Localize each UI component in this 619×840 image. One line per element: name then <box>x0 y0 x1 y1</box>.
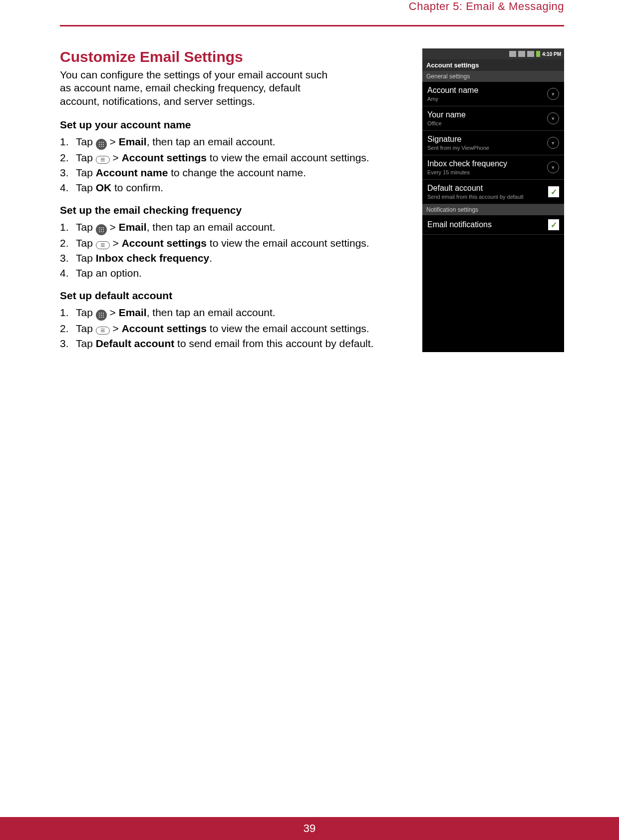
page-number: 39 <box>304 822 315 835</box>
step-list: Tap > Email, then tap an email account.T… <box>60 135 408 195</box>
checkbox-icon[interactable] <box>548 219 559 230</box>
apps-icon <box>96 224 107 235</box>
section-header-notification: Notification settings <box>422 204 564 215</box>
clock: 4:10 PM <box>542 51 561 57</box>
bold-term: Inbox check frequency <box>96 252 210 264</box>
setting-title: Your name <box>427 110 466 119</box>
section-header-general: General settings <box>422 71 564 82</box>
setting-subtitle: Office <box>427 120 466 126</box>
setting-subtitle: Send email from this account by default <box>427 194 524 200</box>
menu-icon <box>96 241 110 249</box>
subsection-heading: Set up your account name <box>60 119 408 131</box>
bold-term: Default account <box>96 338 175 349</box>
bold-term: OK <box>96 182 112 193</box>
chapter-header: Chapter 5: Email & Messaging <box>60 0 564 15</box>
settings-row[interactable]: Default accountSend email from this acco… <box>422 180 564 204</box>
menu-icon <box>96 327 110 335</box>
settings-row[interactable]: Your nameOffice <box>422 106 564 131</box>
settings-row[interactable]: Email notifications <box>422 215 564 235</box>
step-item: Tap Default account to send email from t… <box>60 337 408 351</box>
bold-term: Account settings <box>122 237 207 249</box>
subsection-heading: Set up the email checking frequency <box>60 204 408 216</box>
setting-subtitle: Every 15 minutes <box>427 169 507 175</box>
step-item: Tap Inbox check frequency. <box>60 251 408 265</box>
chevron-down-icon[interactable] <box>547 112 559 124</box>
step-item: Tap Account name to change the account n… <box>60 166 408 180</box>
body-text: Customize Email Settings You can configu… <box>60 48 408 352</box>
step-item: Tap an option. <box>60 266 408 280</box>
step-item: Tap > Account settings to view the email… <box>60 236 408 250</box>
bold-term: Email <box>119 307 147 318</box>
subsection-heading: Set up default account <box>60 290 408 302</box>
setting-title: Inbox check frequency <box>427 159 507 168</box>
network-icon <box>518 51 525 57</box>
header-divider <box>60 25 564 26</box>
intro-paragraph: You can configure the settings of your e… <box>60 68 339 108</box>
step-item: Tap > Email, then tap an email account. <box>60 306 408 321</box>
setting-subtitle: Amy <box>427 96 478 102</box>
page-footer: 39 <box>0 817 619 840</box>
chevron-down-icon[interactable] <box>547 88 559 100</box>
bold-term: Account settings <box>122 152 207 163</box>
apps-icon <box>96 139 107 150</box>
bold-term: Account name <box>96 167 168 178</box>
step-item: Tap > Account settings to view the email… <box>60 322 408 336</box>
step-list: Tap > Email, then tap an email account.T… <box>60 306 408 351</box>
step-item: Tap > Account settings to view the email… <box>60 151 408 165</box>
signal-icon <box>509 51 516 57</box>
step-item: Tap > Email, then tap an email account. <box>60 135 408 150</box>
setting-title: Default account <box>427 184 524 193</box>
sync-icon <box>527 51 534 57</box>
phone-screenshot: 4:10 PM Account settings General setting… <box>422 48 564 352</box>
settings-row[interactable]: Inbox check frequencyEvery 15 minutes <box>422 155 564 180</box>
chevron-down-icon[interactable] <box>547 137 559 149</box>
settings-row[interactable]: SignatureSent from my ViewPhone <box>422 131 564 155</box>
chevron-down-icon[interactable] <box>547 161 559 173</box>
step-item: Tap > Email, then tap an email account. <box>60 220 408 235</box>
step-list: Tap > Email, then tap an email account.T… <box>60 220 408 281</box>
checkbox-icon[interactable] <box>548 186 559 197</box>
bold-term: Email <box>119 221 147 233</box>
step-item: Tap OK to confirm. <box>60 181 408 195</box>
setting-title: Signature <box>427 135 489 144</box>
page-title: Customize Email Settings <box>60 48 408 65</box>
apps-icon <box>96 310 107 321</box>
settings-row[interactable]: Account nameAmy <box>422 82 564 106</box>
bold-term: Account settings <box>122 323 207 334</box>
battery-icon <box>536 51 540 57</box>
screen-title: Account settings <box>422 59 564 71</box>
status-bar: 4:10 PM <box>422 48 564 59</box>
setting-title: Email notifications <box>427 220 492 229</box>
setting-title: Account name <box>427 86 478 95</box>
bold-term: Email <box>119 136 147 147</box>
menu-icon <box>96 156 110 164</box>
setting-subtitle: Sent from my ViewPhone <box>427 145 489 151</box>
